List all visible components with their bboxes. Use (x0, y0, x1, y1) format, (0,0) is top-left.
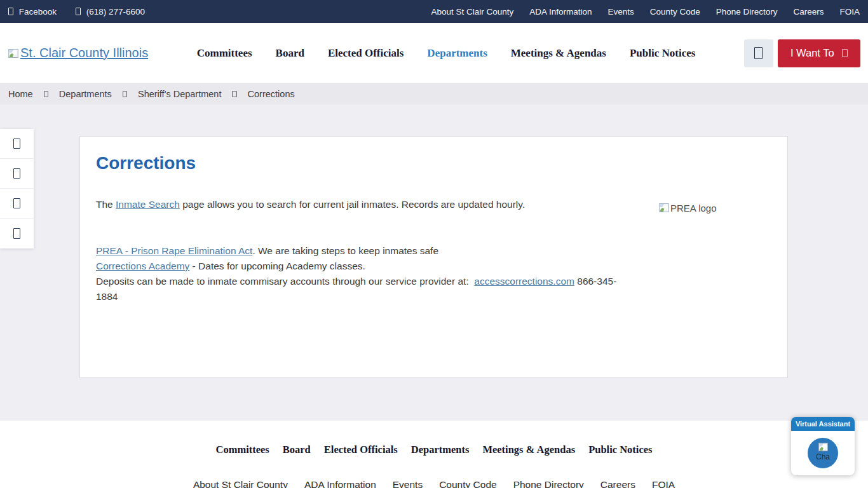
prea-logo-alt-text: PREA logo (670, 203, 717, 214)
footer-link-careers[interactable]: Careers (600, 479, 635, 488)
breadcrumb-current-corrections: Corrections (248, 89, 295, 99)
breadcrumb-home[interactable]: Home (8, 89, 33, 99)
topbar-links: About St Clair County ADA Information Ev… (431, 7, 860, 17)
prea-line: PREA - Prison Rape Elimination Act. We a… (96, 243, 637, 259)
topbar-link-events[interactable]: Events (608, 7, 634, 17)
broken-image-icon (818, 442, 829, 452)
intro-paragraph: The Inmate Search page allows you to sea… (96, 199, 525, 210)
page-tool-button-1[interactable] (0, 129, 34, 159)
page-tool-button-4[interactable] (0, 219, 34, 248)
footer-secondary-links: About St Clair County ADA Information Ev… (0, 479, 868, 488)
page-tool-button-3[interactable] (0, 189, 34, 219)
breadcrumb-separator-icon (232, 91, 236, 98)
broken-image-icon (8, 48, 19, 59)
page-tool-icon-2 (13, 168, 20, 179)
footer-link-county-code[interactable]: County Code (439, 479, 496, 488)
accesscorrections-link[interactable]: accesscorrections.com (474, 276, 574, 287)
site-logo-alt-text: St. Clair County Illinois (20, 46, 148, 60)
topbar-link-careers[interactable]: Careers (793, 7, 824, 17)
topbar-left: Facebook (618) 277-6600 (8, 7, 145, 17)
phone-icon (76, 8, 81, 15)
i-want-to-label: I Want To (790, 47, 834, 59)
topbar-link-ada[interactable]: ADA Information (529, 7, 592, 17)
page-tool-button-2[interactable] (0, 159, 34, 189)
footer-link-board[interactable]: Board (283, 444, 311, 456)
header-actions: I Want To (744, 39, 860, 67)
nav-item-committees[interactable]: Committees (197, 47, 252, 60)
content-body: PREA - Prison Rape Elimination Act. We a… (96, 243, 637, 304)
footer-link-meetings-agendas[interactable]: Meetings & Agendas (482, 444, 575, 456)
top-utility-bar: Facebook (618) 277-6600 About St Clair C… (0, 0, 868, 23)
breadcrumb: Home Departments Sheriff's Department Co… (0, 83, 868, 105)
broken-image-icon (658, 202, 670, 214)
prea-logo-broken-image: PREA logo (658, 202, 717, 214)
breadcrumb-departments[interactable]: Departments (59, 89, 112, 99)
footer-link-departments[interactable]: Departments (411, 444, 470, 456)
topbar-link-phone-directory[interactable]: Phone Directory (716, 7, 778, 17)
chat-launch-button[interactable]: Cha (808, 438, 838, 468)
chevron-down-icon (842, 49, 848, 58)
footer-link-phone-directory[interactable]: Phone Directory (513, 479, 584, 488)
footer-link-ada[interactable]: ADA Information (304, 479, 376, 488)
site-logo-link[interactable]: St. Clair County Illinois (8, 46, 148, 60)
topbar-link-foia[interactable]: FOIA (839, 7, 860, 17)
nav-item-board[interactable]: Board (276, 47, 304, 60)
nav-item-elected-officials[interactable]: Elected Officials (328, 47, 403, 60)
footer-link-public-notices[interactable]: Public Notices (588, 444, 652, 456)
footer-link-about[interactable]: About St Clair County (193, 479, 288, 488)
academy-line: Corrections Academy - Dates for upcoming… (96, 259, 637, 274)
deposits-line: Deposits can be made to inmate commisary… (96, 274, 637, 304)
footer-link-committees[interactable]: Committees (215, 444, 269, 456)
intro-text-post: page allows you to search for current ja… (180, 199, 525, 210)
facebook-label: Facebook (19, 7, 57, 17)
page-tool-icon-4 (13, 228, 20, 238)
breadcrumb-separator-icon (123, 91, 127, 98)
site-header: St. Clair County Illinois Committees Boa… (0, 23, 868, 83)
chat-icon-alt-text: Cha (816, 452, 830, 461)
page-tool-icon-1 (13, 139, 20, 149)
prea-act-link[interactable]: PREA - Prison Rape Elimination Act (96, 245, 252, 256)
search-button[interactable] (744, 39, 773, 67)
topbar-link-county-code[interactable]: County Code (650, 7, 700, 17)
main-region: Corrections The Inmate Search page allow… (0, 105, 868, 421)
search-icon (754, 47, 763, 60)
footer-primary-links: Committees Board Elected Officials Depar… (0, 444, 868, 456)
breadcrumb-sheriffs-department[interactable]: Sheriff's Department (138, 89, 221, 99)
deposits-line-pre: Deposits can be made to inmate commisary… (96, 276, 474, 287)
content-card: Corrections The Inmate Search page allow… (79, 136, 788, 378)
inmate-search-link[interactable]: Inmate Search (116, 199, 180, 210)
breadcrumb-separator-icon (44, 91, 48, 98)
footer-link-elected-officials[interactable]: Elected Officials (324, 444, 398, 456)
footer-link-events[interactable]: Events (393, 479, 423, 488)
i-want-to-button[interactable]: I Want To (778, 39, 860, 67)
corrections-academy-link[interactable]: Corrections Academy (96, 261, 189, 271)
nav-item-public-notices[interactable]: Public Notices (630, 47, 695, 60)
topbar-link-about[interactable]: About St Clair County (431, 7, 513, 17)
facebook-link[interactable]: Facebook (8, 7, 57, 17)
nav-item-departments[interactable]: Departments (427, 47, 487, 60)
virtual-assistant-widget[interactable]: Virtual Assistant Cha (791, 417, 855, 475)
virtual-assistant-body: Cha (791, 431, 855, 475)
academy-line-text: - Dates for upcoming Academy classes. (189, 261, 365, 271)
page-title: Corrections (96, 153, 196, 173)
phone-number: (618) 277-6600 (86, 7, 145, 17)
virtual-assistant-title: Virtual Assistant (791, 417, 855, 431)
main-navigation: Committees Board Elected Officials Depar… (197, 47, 696, 60)
phone-link[interactable]: (618) 277-6600 (76, 7, 145, 17)
footer-link-foia[interactable]: FOIA (652, 479, 675, 488)
intro-text-pre: The (96, 199, 116, 210)
page-tool-icon-3 (13, 198, 20, 208)
prea-line-text: . We are taking steps to keep inmates sa… (252, 245, 438, 256)
nav-item-meetings-agendas[interactable]: Meetings & Agendas (511, 47, 606, 60)
site-footer: Committees Board Elected Officials Depar… (0, 421, 868, 488)
page-tools-sidebar (0, 129, 34, 248)
facebook-icon (8, 8, 13, 15)
